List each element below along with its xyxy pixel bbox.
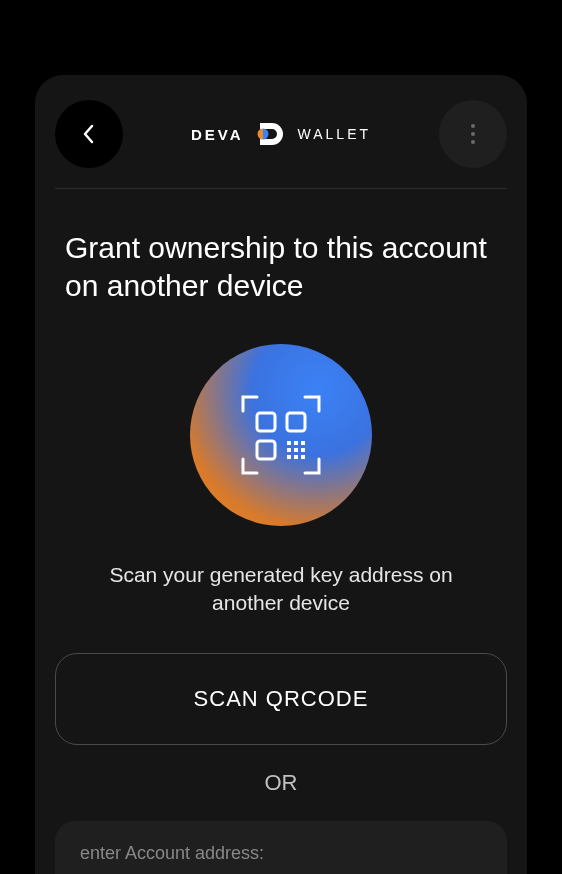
instruction-text: Scan your generated key address on anoth… xyxy=(55,561,507,618)
address-input-container xyxy=(55,821,507,874)
page-title: Grant ownership to this account on anoth… xyxy=(55,229,507,304)
svg-rect-15 xyxy=(294,448,298,452)
svg-rect-7 xyxy=(287,441,291,445)
header: DEVA WALLET xyxy=(55,100,507,189)
svg-rect-8 xyxy=(294,441,298,445)
or-divider: OR xyxy=(55,770,507,796)
svg-point-2 xyxy=(471,132,475,136)
main-card: DEVA WALLET Grant ownership to this acco… xyxy=(35,75,527,874)
qr-graphic xyxy=(190,344,372,526)
more-button[interactable] xyxy=(439,100,507,168)
logo-brand: DEVA xyxy=(191,126,244,143)
svg-point-3 xyxy=(471,140,475,144)
more-vertical-icon xyxy=(470,123,476,145)
qr-scan-icon xyxy=(239,393,323,477)
svg-rect-12 xyxy=(287,455,291,459)
svg-rect-14 xyxy=(301,455,305,459)
svg-rect-9 xyxy=(301,441,305,445)
logo: DEVA WALLET xyxy=(191,115,371,153)
svg-rect-5 xyxy=(287,413,305,431)
chevron-left-icon xyxy=(82,124,96,144)
svg-rect-11 xyxy=(301,448,305,452)
svg-rect-4 xyxy=(257,413,275,431)
scan-qrcode-button[interactable]: SCAN QRCODE xyxy=(55,653,507,745)
account-address-input[interactable] xyxy=(80,843,482,864)
back-button[interactable] xyxy=(55,100,123,168)
logo-d-icon xyxy=(252,115,290,153)
svg-rect-13 xyxy=(294,455,298,459)
svg-rect-6 xyxy=(257,441,275,459)
svg-rect-10 xyxy=(287,448,291,452)
logo-product: WALLET xyxy=(298,126,372,142)
svg-point-1 xyxy=(471,124,475,128)
